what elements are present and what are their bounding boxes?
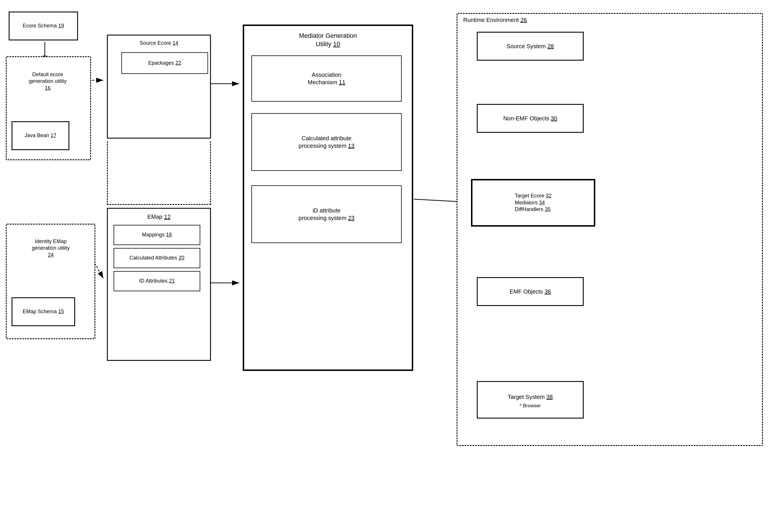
emap-schema-box: EMap Schema 15	[12, 297, 75, 326]
source-system-label: Source System 28	[504, 40, 556, 52]
source-system-box: Source System 28	[477, 32, 584, 61]
ecore-schema-label: Ecore Schema 19	[20, 20, 66, 31]
java-bean-box: Java Bean 17	[12, 121, 69, 150]
non-emf-objects-box: Non-EMF Objects 30	[477, 104, 584, 133]
emap-schema-label: EMap Schema 15	[20, 306, 66, 317]
id-attr-proc-box: iD attributeprocessing system 23	[252, 185, 402, 243]
calculated-attrs-box: Calculated Attributes 20	[113, 248, 200, 268]
emf-objects-label: EMF Objects 36	[507, 285, 553, 298]
runtime-env-label: Runtime Environment 26	[463, 17, 527, 23]
diagram: Ecore Schema 19 Default ecoregeneration …	[0, 0, 775, 532]
mappings-box: Mappings 18	[113, 225, 200, 245]
target-ecore-label: Target Ecore 32 Mediators 34 DiffHandler…	[510, 190, 556, 216]
target-system-box: Target System 38 * Browser	[477, 381, 584, 419]
source-ecore-dashed-extension	[107, 141, 211, 205]
target-system-subtitle: * Browser	[519, 403, 541, 409]
mediator-gen-box: Mediator GenerationUtility 10 Associatio…	[243, 25, 413, 371]
association-mech-label: AssociationMechanism 11	[306, 69, 348, 88]
identity-emap-label: Identity EMapgeneration utility24	[8, 228, 93, 268]
association-mech-box: AssociationMechanism 11	[252, 55, 402, 102]
source-ecore-label: Source Ecore 14	[108, 36, 210, 49]
id-attr-proc-label: iD attributeprocessing system 23	[296, 204, 357, 224]
id-attributes-label: ID Attributes 21	[137, 275, 177, 287]
epackages-box: Epackages 22	[121, 52, 208, 74]
target-ecore-box: Target Ecore 32 Mediators 34 DiffHandler…	[471, 179, 595, 227]
epackages-label: Epackages 22	[146, 57, 183, 69]
non-emf-objects-label: Non-EMF Objects 30	[501, 112, 560, 124]
emap-box: EMap 12 Mappings 18 Calculated Attribute…	[107, 208, 211, 361]
ecore-schema-box: Ecore Schema 19	[9, 12, 78, 40]
mediator-gen-label: Mediator GenerationUtility 10	[244, 26, 412, 53]
default-ecore-label: Default ecoregeneration utility16	[9, 64, 87, 99]
emf-objects-box: EMF Objects 36	[477, 277, 584, 306]
source-ecore-box: Source Ecore 14 Epackages 22	[107, 35, 211, 139]
id-attributes-box: ID Attributes 21	[113, 271, 200, 291]
emap-label: EMap 12	[108, 209, 210, 223]
calc-attr-proc-label: Calculated attributeprocessing system 13	[296, 132, 357, 152]
ecore-schema-number: 19	[58, 23, 64, 29]
calc-attr-proc-box: Calculated attributeprocessing system 13	[252, 113, 402, 171]
mappings-label: Mappings 18	[139, 229, 174, 240]
calculated-attrs-label: Calculated Attributes 20	[127, 252, 187, 264]
java-bean-label: Java Bean 17	[22, 130, 59, 141]
target-system-label: Target System 38	[505, 391, 555, 403]
